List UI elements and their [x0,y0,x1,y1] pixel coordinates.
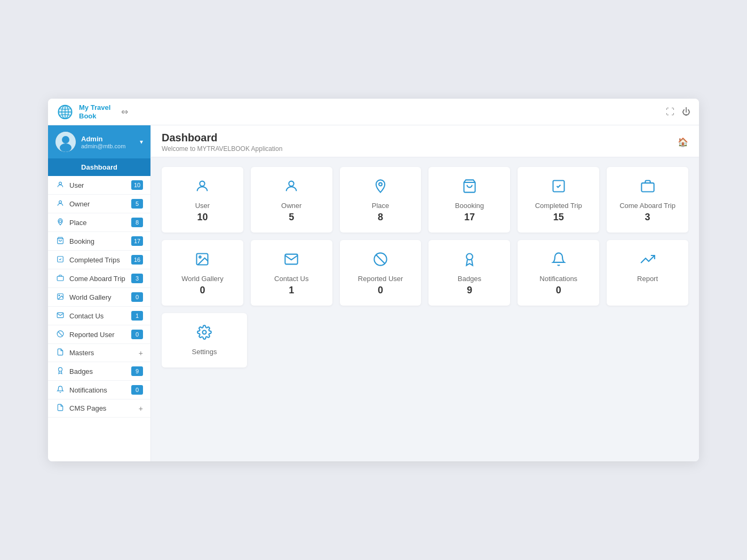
booking-card-label: Boooking [455,202,484,210]
sidebar-item-cms-pages[interactable]: CMS Pages + [48,399,150,418]
profile-info: Admin admin@mtb.com [81,135,134,149]
svg-line-28 [376,255,385,263]
fullscreen-button[interactable]: ⛶ [666,107,674,117]
badges-card-icon [462,252,477,270]
svg-point-9 [59,201,62,203]
logo-text: My Travel Book [79,103,110,120]
contact-us-card[interactable]: Contact Us 1 [251,240,332,306]
svg-point-7 [60,143,71,152]
sidebar-item-world-gallery[interactable]: World Gallery 0 [48,288,150,307]
sidebar-item-booking[interactable]: Booking 17 [48,232,150,251]
svg-point-18 [59,367,62,371]
content-area: Dashboard Welcome to MYTRAVELBOOK Applic… [151,125,699,461]
sidebar-item-masters[interactable]: Masters + [48,344,150,362]
completed-trip-card-icon [551,179,566,197]
user-card-icon [195,179,210,197]
badges-card-label: Badges [458,275,481,283]
world-gallery-card[interactable]: World Gallery 0 [162,240,243,306]
svg-rect-13 [57,276,63,281]
sidebar-item-world-gallery-badge: 0 [131,292,143,302]
report-card-icon [640,252,655,270]
sidebar-item-reported-user[interactable]: Reported User 0 [48,325,150,344]
place-nav-icon [55,218,65,227]
top-bar: My Travel Book ⇔ ⛶ ⏻ [48,99,699,125]
svg-point-6 [62,136,69,143]
sidebar-item-come-aboard-badge: 3 [131,274,143,283]
sidebar-item-user[interactable]: User 10 [48,176,150,195]
come-aboard-card[interactable]: Come Aboard Trip 3 [607,167,688,233]
sidebar-item-place[interactable]: Place 8 [48,213,150,232]
profile-name: Admin [81,135,134,143]
notifications-card[interactable]: Notifications 0 [518,240,599,306]
page-title: Dashboard [162,132,282,144]
profile-chevron-icon: ▾ [140,138,143,146]
report-card[interactable]: Report [607,240,688,306]
top-bar-middle: ⇔ [110,107,666,117]
notifications-card-value: 0 [556,285,561,296]
sidebar-item-user-badge: 10 [131,180,143,190]
profile-email: admin@mtb.com [81,143,134,149]
sidebar-item-completed-trips-badge: 16 [131,255,143,265]
sidebar-item-owner[interactable]: Owner 5 [48,195,150,213]
sidebar-item-completed-trips[interactable]: Completed Trips 16 [48,251,150,269]
home-icon[interactable]: 🏠 [678,137,688,147]
notifications-nav-icon [55,386,65,395]
booking-card-icon [462,179,477,197]
sidebar-item-reported-user-label: Reported User [69,331,127,339]
sidebar-item-cms-pages-label: CMS Pages [69,404,134,412]
badges-card[interactable]: Badges 9 [428,240,510,306]
owner-card-icon [284,179,299,197]
come-aboard-card-label: Come Aboard Trip [619,202,676,210]
sidebar-item-owner-label: Owner [69,200,127,208]
booking-nav-icon [55,237,65,246]
cards-row-1: User 10 Owner 5 [162,167,688,233]
svg-point-29 [466,254,473,260]
reported-user-card-label: Reported User [358,275,403,283]
world-gallery-card-value: 0 [200,285,205,296]
cards-area: User 10 Owner 5 [151,157,699,377]
come-aboard-nav-icon [55,274,65,283]
come-aboard-card-icon [640,179,655,197]
content-header-text: Dashboard Welcome to MYTRAVELBOOK Applic… [162,132,282,153]
contact-us-card-value: 1 [289,285,294,296]
top-bar-right: ⛶ ⏻ [666,107,690,117]
place-card-value: 8 [378,212,383,223]
svg-point-21 [379,183,382,186]
settings-card[interactable]: Settings [162,313,247,367]
contact-us-nav-icon [55,311,65,321]
sidebar-item-notifications[interactable]: Notifications 0 [48,381,150,399]
avatar [55,132,76,152]
sidebar-item-contact-us[interactable]: Contact Us 1 [48,307,150,325]
svg-point-30 [203,331,206,334]
completed-trip-card[interactable]: Completed Trip 15 [518,167,599,233]
contact-us-card-label: Contact Us [274,275,308,283]
svg-point-26 [200,256,202,258]
sidebar-item-badges-label: Badges [69,367,127,375]
user-card[interactable]: User 10 [162,167,243,233]
sidebar-item-cms-pages-expand-icon: + [139,404,143,413]
sidebar-item-world-gallery-label: World Gallery [69,293,127,301]
app-window: My Travel Book ⇔ ⛶ ⏻ [48,99,699,461]
sidebar-item-come-aboard-trip[interactable]: Come Aboard Trip 3 [48,269,150,288]
place-card[interactable]: Place 8 [340,167,422,233]
world-gallery-nav-icon [55,293,65,302]
sidebar-item-booking-label: Booking [69,237,127,245]
user-nav-icon [55,181,65,190]
sidebar-item-badges[interactable]: Badges 9 [48,362,150,381]
notifications-card-label: Notifications [539,275,577,283]
sidebar-item-reported-user-badge: 0 [131,330,143,339]
settings-card-icon [197,325,212,343]
sidebar-item-badges-badge: 9 [131,366,143,376]
owner-card[interactable]: Owner 5 [251,167,332,233]
toggle-sidebar-button[interactable]: ⇔ [121,107,128,116]
content-header: Dashboard Welcome to MYTRAVELBOOK Applic… [151,125,699,157]
power-button[interactable]: ⏻ [682,107,690,117]
sidebar-item-masters-expand-icon: + [139,349,143,357]
booking-card[interactable]: Boooking 17 [428,167,510,233]
dashboard-nav-button[interactable]: Dashboard [48,158,150,176]
badges-nav-icon [55,367,65,376]
sidebar-profile[interactable]: Admin admin@mtb.com ▾ [48,125,150,158]
user-card-value: 10 [197,212,208,223]
reported-user-card[interactable]: Reported User 0 [340,240,422,306]
svg-rect-24 [641,183,654,191]
